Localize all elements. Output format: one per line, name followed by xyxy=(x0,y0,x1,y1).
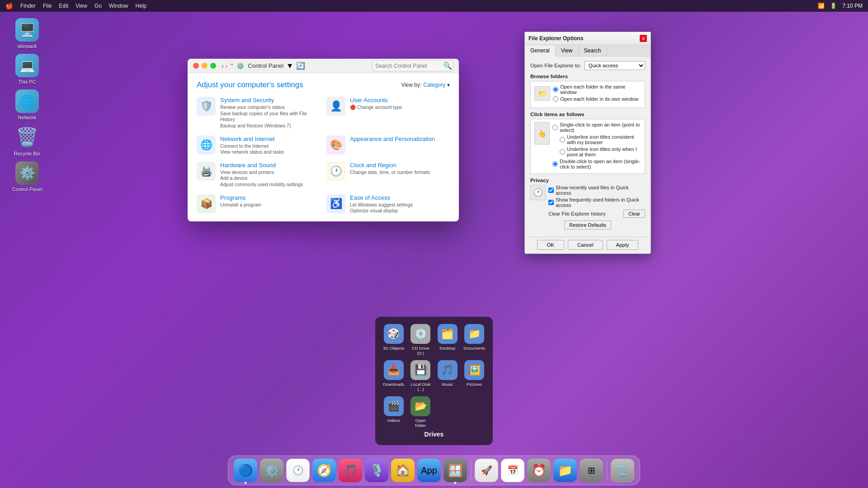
dock-item-music[interactable]: 🎵 xyxy=(339,459,362,482)
desktop-icon-controlpanel[interactable]: ⚙️ Control Panel xyxy=(9,161,45,192)
apple-menu[interactable]: 🍎 xyxy=(5,2,13,9)
cp-search-input[interactable] xyxy=(375,63,443,69)
feo-browse-same-input[interactable] xyxy=(553,87,558,92)
clock-title[interactable]: Clock and Region xyxy=(350,162,430,169)
dock-item-clock[interactable]: 🕐 xyxy=(286,459,310,482)
feo-browse-own-input[interactable] xyxy=(553,96,558,102)
cp-back-btn[interactable]: ‹ xyxy=(222,62,224,70)
qa-item-documents[interactable]: 📁 Documents xyxy=(463,324,486,356)
appearance-title[interactable]: Appearance and Personalization xyxy=(350,136,435,142)
menubar-finder[interactable]: Finder xyxy=(20,3,36,9)
feo-tab-general[interactable]: General xyxy=(525,45,556,56)
cp-item-hardware[interactable]: 🖨️ Hardware and Sound View devices and p… xyxy=(197,162,320,188)
cp-viewby-value[interactable]: Category xyxy=(423,82,445,88)
programs-title[interactable]: Programs xyxy=(220,194,261,201)
ease-title[interactable]: Ease of Access xyxy=(350,194,413,201)
cp-item-user-accounts[interactable]: 👤 User Accounts 🔴 Change account type xyxy=(326,97,450,129)
dock-item-podcast[interactable]: 🎙️ xyxy=(365,459,388,482)
desktop-icon-thispc[interactable]: 💻 This PC xyxy=(9,54,45,85)
cp-item-clock[interactable]: 🕐 Clock and Region Change date, time, or… xyxy=(326,162,450,188)
feo-ok-btn[interactable]: OK xyxy=(537,240,564,250)
feo-check2-input[interactable] xyxy=(548,200,554,205)
feo-clear-label: Clear File Explorer history xyxy=(548,211,606,216)
menubar-window[interactable]: Window xyxy=(109,3,128,9)
dock-item-trash[interactable]: 🗑️ xyxy=(611,459,634,482)
feo-tab-view[interactable]: View xyxy=(556,45,579,56)
menubar-edit[interactable]: Edit xyxy=(59,3,68,9)
feo-cancel-btn[interactable]: Cancel xyxy=(568,240,603,250)
cp-item-network[interactable]: 🌐 Network and Internet Connect to the In… xyxy=(197,136,320,155)
desktop-icon-skinpack[interactable]: 🖥️ skinpack xyxy=(9,18,45,49)
network-icon-img: 🌐 xyxy=(15,89,39,113)
cp-forward-btn[interactable]: › xyxy=(226,62,228,70)
clock-dock-icon: 🕐 xyxy=(292,465,304,476)
dock-item-calendar[interactable]: 📅 xyxy=(501,459,524,482)
qa-item-3dobjects[interactable]: 🎲 3D Objects xyxy=(382,324,405,356)
ease-icon: ♿ xyxy=(326,194,345,213)
cp-min-btn[interactable] xyxy=(202,63,208,69)
dock-item-safari[interactable]: 🧭 xyxy=(312,459,336,482)
cp-item-programs[interactable]: 📦 Programs Uninstall a program xyxy=(197,194,320,214)
dock-item-finder[interactable]: 🔵 xyxy=(234,459,257,482)
cp-item-system-security[interactable]: 🛡️ System and Security Review your compu… xyxy=(197,97,320,129)
qa-item-downloads[interactable]: 📥 Downloads xyxy=(382,360,405,392)
dock-item-bootcamp[interactable]: 🪟 xyxy=(443,459,467,482)
cp-max-btn[interactable] xyxy=(210,63,216,69)
feo-browse-title: Browse folders xyxy=(530,74,645,79)
dock-item-launchpad[interactable]: 🚀 xyxy=(475,459,498,482)
cddrive-label: CD Drive (D:) xyxy=(410,346,432,356)
cp-icon-small: ⚙️ xyxy=(236,62,244,70)
feo-tab-search[interactable]: Search xyxy=(579,45,607,56)
feo-restore-defaults-btn[interactable]: Restore Defaults xyxy=(564,221,611,230)
cp-dropdown-arrow[interactable]: ▼ xyxy=(286,62,293,70)
cp-up-btn[interactable]: ⌃ xyxy=(229,62,235,70)
cp-item-ease[interactable]: ♿ Ease of Access Let Windows suggest set… xyxy=(326,194,450,214)
network-label: Network xyxy=(18,115,36,121)
cp-search-bar[interactable]: 🔍 xyxy=(372,60,453,71)
qa-item-pictures[interactable]: 🖼️ Pictures xyxy=(463,360,486,392)
dock-item-multiwin[interactable]: ⊞ xyxy=(580,459,603,482)
feo-apply-btn[interactable]: Apply xyxy=(607,240,639,250)
feo-underline2-input[interactable] xyxy=(560,149,565,155)
multiwin-icon: ⊞ xyxy=(588,465,595,476)
network-cp-title[interactable]: Network and Internet xyxy=(220,136,284,142)
qa-item-videos[interactable]: 🎬 Videos xyxy=(382,396,405,428)
qa-item-openfolder[interactable]: 📂 Open folder xyxy=(410,396,432,428)
cp-refresh-btn[interactable]: 🔄 xyxy=(296,61,305,70)
dock-item-home[interactable]: 🏠 xyxy=(391,459,415,482)
feo-clear-btn[interactable]: Clear xyxy=(623,210,645,218)
menubar-help[interactable]: Help xyxy=(136,3,147,9)
dock-item-files[interactable]: 📁 xyxy=(553,459,577,482)
feo-click-single-input[interactable] xyxy=(552,125,558,130)
documents-label: Documents xyxy=(463,346,485,351)
cp-item-appearance[interactable]: 🎨 Appearance and Personalization xyxy=(326,136,450,155)
feo-open-to-label: Open File Explorer to: xyxy=(530,63,581,68)
menubar-file[interactable]: File xyxy=(43,3,52,9)
settings-icon: ⚙️ xyxy=(264,464,279,478)
cp-close-btn[interactable] xyxy=(193,63,199,69)
user-accounts-title[interactable]: User Accounts xyxy=(350,97,402,103)
feo-check1-input[interactable] xyxy=(548,188,554,193)
desktop-icon-recycle[interactable]: 🗑️ Recycle Bin xyxy=(9,126,45,157)
recycle-label: Recycle Bin xyxy=(14,151,40,157)
dock-item-appstore[interactable]: App xyxy=(417,459,441,482)
cp-items-grid: 🛡️ System and Security Review your compu… xyxy=(197,97,450,214)
menubar-go[interactable]: Go xyxy=(94,3,102,9)
privacy-clock-icon: 🕐 xyxy=(530,185,546,200)
hardware-title[interactable]: Hardware and Sound xyxy=(220,162,303,169)
finder-icon: 🔵 xyxy=(238,464,253,478)
feo-close-btn[interactable]: ✕ xyxy=(640,35,647,42)
system-security-title[interactable]: System and Security xyxy=(220,97,320,103)
qa-item-cddrive[interactable]: 💿 CD Drive (D:) xyxy=(410,324,432,356)
qa-item-desktop[interactable]: 🗂️ Desktop xyxy=(436,324,459,356)
feo-open-to-select[interactable]: Quick access xyxy=(585,61,645,70)
feo-click-double-input[interactable] xyxy=(552,161,558,167)
desktop-icon-network[interactable]: 🌐 Network xyxy=(9,89,45,121)
dock-item-settings[interactable]: ⚙️ xyxy=(260,459,283,482)
menubar-view[interactable]: View xyxy=(75,3,87,9)
dock-item-timemachine[interactable]: ⏰ xyxy=(527,459,551,482)
qa-item-localdisk[interactable]: 💾 Local Disk (...) xyxy=(410,360,432,392)
feo-underline1-input[interactable] xyxy=(560,137,565,142)
qa-item-music[interactable]: 🎵 Music xyxy=(436,360,459,392)
cp-viewby-arrow[interactable]: ▾ xyxy=(447,82,450,88)
